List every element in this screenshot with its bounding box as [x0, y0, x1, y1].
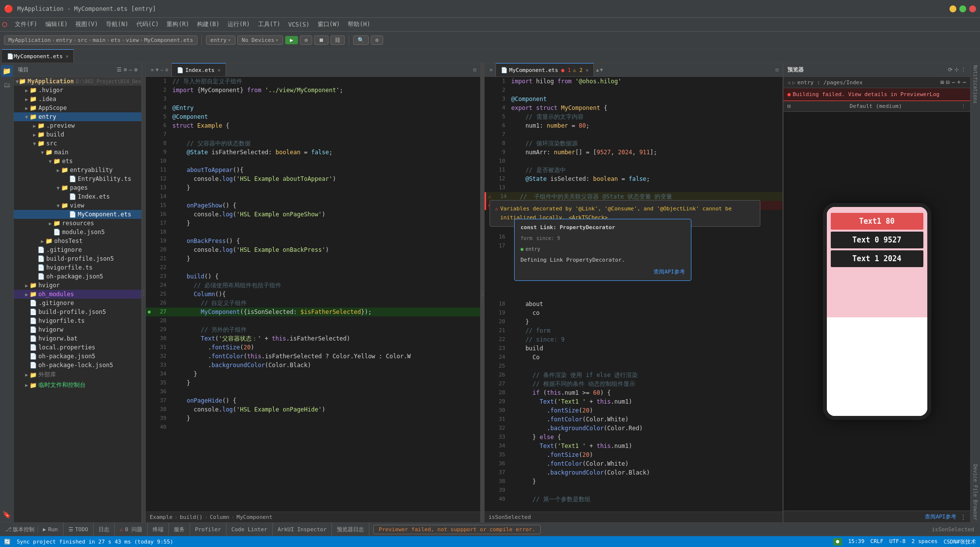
tree-local-properties[interactable]: 📄 local.properties [14, 343, 141, 352]
menu-help[interactable]: 帮助(H) [344, 19, 374, 30]
tree-gitignore-entry[interactable]: 📄 .gitignore [14, 245, 141, 254]
menu-code[interactable]: 代码(C) [132, 19, 163, 30]
tab-expand[interactable]: ▲ ▼ [596, 67, 603, 72]
settings-button[interactable]: ⚙ [371, 35, 383, 45]
bottom-tab-services[interactable]: 服务 [169, 523, 190, 536]
menu-build[interactable]: 构建(B) [193, 19, 224, 30]
tree-entry[interactable]: ▼ 📁 entry [14, 112, 141, 121]
close-button[interactable] [969, 5, 976, 12]
api-reference-link[interactable]: 查阅API参考 [653, 269, 685, 275]
device-file-browser-label[interactable]: Device File Browser [973, 464, 978, 520]
menu-tools[interactable]: 工具(T) [254, 19, 285, 30]
tree-build-profile-root[interactable]: 📄 build-profile.json5 [14, 308, 141, 316]
tree-ets[interactable]: ▼ 📁 ets [14, 157, 141, 166]
bottom-tab-previewer-log[interactable]: 预览器日志 [332, 523, 369, 536]
preview-options-btn[interactable]: ⋮ [960, 513, 966, 520]
notifications-label[interactable]: Notifications [973, 65, 978, 103]
menu-navigate[interactable]: 导航(N) [102, 19, 132, 30]
tree-external[interactable]: ▶ 📁 外部库 [14, 370, 141, 380]
tree-pages[interactable]: ▼ 📁 pages [14, 183, 141, 192]
tree-appscope[interactable]: ▶ 📁 AppScope [14, 103, 141, 112]
project-selector[interactable]: MyApplication › entry › src › main › ets… [4, 35, 197, 45]
menu-view[interactable]: 视图(V) [71, 19, 102, 30]
right-editor-split[interactable]: ⊟ [776, 67, 779, 72]
tree-hvigor-inner[interactable]: ▶ 📁 .hvigor [14, 86, 141, 95]
minimize-button[interactable] [949, 5, 956, 12]
tree-gitignore-root[interactable]: 📄 .gitignore [14, 299, 141, 308]
bottom-tab-log[interactable]: 日志 [94, 523, 115, 536]
bottom-tab-run[interactable]: ▶ Run [38, 523, 64, 536]
tree-root[interactable]: ▼ 📁 MyApplication D:\002_Project\014_Dev… [14, 77, 141, 86]
tree-entryability-ts[interactable]: 📄 EntryAbility.ts [14, 174, 141, 183]
tree-build-profile[interactable]: 📄 build-profile.json5 [14, 254, 141, 263]
tree-resources[interactable]: ▶ 📁 resources [14, 219, 141, 228]
left-panel-gear[interactable]: ⚙ [165, 67, 168, 72]
menu-file[interactable]: 文件(F) [11, 19, 41, 30]
tree-main[interactable]: ▼ 📁 main [14, 148, 141, 157]
run-button[interactable]: ▶ [285, 36, 298, 44]
bottom-tab-problems[interactable]: ⚠ 0 问题 [115, 523, 148, 536]
tab-mycomponent[interactable]: 📄 MyComponent.ets × [2, 49, 74, 63]
bottom-tab-terminal[interactable]: 终端 [148, 523, 169, 536]
code-editor-left[interactable]: 1 // 导入外部自定义子组件 2 import {MyComponent} f… [146, 77, 480, 512]
preview-api-link[interactable]: 查阅API参考 [925, 513, 956, 520]
tree-ohpackage-root[interactable]: 📄 oh-package.json5 [14, 352, 141, 361]
menu-edit[interactable]: 编辑(E) [41, 19, 72, 30]
tab-mycomponent-right[interactable]: 📄 MyComponent.ets ● 1 ⚠ 2 × [496, 63, 594, 76]
tree-hvigorw-bat[interactable]: 📄 hvigorw.bat [14, 334, 141, 343]
tree-preview[interactable]: ▶ 📁 .preview [14, 121, 141, 130]
preview-inspect[interactable]: ⊹ [954, 67, 959, 73]
tree-ohostest[interactable]: ▶ 📁 ohosTest [14, 237, 141, 245]
tree-hvigorfile-entry[interactable]: 📄 hvigorfile.ts [14, 263, 141, 272]
debug-button[interactable]: ⚙ [300, 35, 312, 45]
sidebar-settings[interactable]: ☰ [117, 67, 122, 73]
project-icon[interactable]: 📁 [1, 65, 13, 77]
compile-error-notification[interactable]: Previewer failed, not suppport or compil… [373, 525, 541, 534]
preview-more[interactable]: ⋮ [961, 67, 966, 73]
tree-temp[interactable]: ▶ 📁 临时文件和控制台 [14, 380, 141, 390]
tree-entryability[interactable]: ▶ 📁 entryability [14, 166, 141, 174]
tree-mycomponent-ets[interactable]: 📄 MyComponent.ets [14, 210, 141, 219]
bottom-tab-profiler[interactable]: Profiler [190, 523, 227, 536]
left-panel-down[interactable]: ▼ [156, 67, 159, 72]
preview-layout-toggle[interactable]: ⊟ [946, 79, 949, 86]
preview-more-options[interactable]: ⋯ [963, 79, 966, 86]
search-everywhere-button[interactable]: 🔍 [353, 35, 369, 45]
sidebar-gear[interactable]: ⚙ [134, 67, 137, 73]
code-editor-right[interactable]: 1 import hilog from '@ohos.hilog' 2 3 @C… [485, 77, 783, 512]
left-panel-minus[interactable]: — [161, 67, 163, 72]
attach-button[interactable]: ⛓ [330, 35, 345, 45]
tree-ohpackage-entry[interactable]: 📄 oh-package.json5 [14, 272, 141, 281]
tree-hvigorw[interactable]: 📄 hvigorw [14, 325, 141, 334]
bottom-tab-linter[interactable]: Code Linter [227, 523, 273, 536]
preview-grid-view[interactable]: ⊞ [941, 79, 944, 86]
tab-index-ets[interactable]: 📄 Index.ets × [172, 63, 226, 76]
left-editor-split[interactable]: ⊟ [473, 67, 476, 72]
tree-index-ets[interactable]: 📄 Index.ets [14, 192, 141, 201]
tree-oh-modules[interactable]: ▶ 📁 oh_modules [14, 290, 141, 299]
menu-window[interactable]: 窗口(W) [314, 19, 344, 30]
menu-run[interactable]: 运行(R) [224, 19, 254, 30]
tree-modulejson[interactable]: 📄 module.json5 [14, 228, 141, 237]
sidebar-collapse[interactable]: ≡ [124, 67, 127, 73]
tree-hvigor[interactable]: ▶ 📁 hvigor [14, 281, 141, 290]
tree-idea[interactable]: ▶ 📁 .idea [14, 95, 141, 103]
tree-build[interactable]: ▶ 📁 build [14, 130, 141, 139]
tab-mycomponent-right-close[interactable]: × [586, 68, 588, 73]
tree-hvigorfile-root[interactable]: 📄 hvigorfile.ts [14, 316, 141, 325]
preview-zoom-in[interactable]: + [957, 79, 961, 86]
preview-zoom-out[interactable]: − [951, 79, 955, 86]
left-panel-menu[interactable]: ≡ [151, 67, 154, 72]
sidebar-editor-divider[interactable]: ⋮ [142, 63, 146, 522]
preview-refresh[interactable]: ⟳ [948, 67, 952, 73]
sidebar-close[interactable]: — [129, 67, 132, 73]
menu-vcs[interactable]: VCS(S) [284, 20, 313, 29]
right-panel-menu[interactable]: ≡ [490, 67, 492, 72]
editor-center-divider[interactable]: ⋮ [481, 63, 485, 522]
tree-view[interactable]: ▼ 📁 view [14, 201, 141, 210]
bottom-tab-todo[interactable]: ☰ TODO [64, 523, 94, 536]
maximize-button[interactable] [959, 5, 966, 12]
run-config-selector[interactable]: entry ▾ [206, 35, 235, 45]
bottom-left-icons[interactable]: ⎇ 版本控制 [2, 526, 38, 533]
structure-icon[interactable]: 🗂 [1, 79, 13, 91]
